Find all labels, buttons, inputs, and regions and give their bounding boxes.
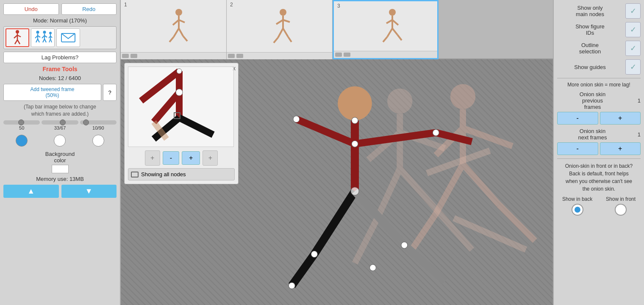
popup-controls: + - + +	[128, 150, 235, 166]
help-button[interactable]: ?	[103, 84, 117, 101]
svg-line-61	[378, 169, 400, 218]
svg-line-36	[283, 20, 290, 22]
undo-button[interactable]: Undo	[3, 3, 59, 15]
svg-point-84	[370, 264, 376, 271]
frame-1-content	[121, 0, 226, 52]
slider-10-90[interactable]: 10/90	[80, 120, 117, 130]
show-in-back-label: Show in back	[562, 196, 592, 202]
svg-line-69	[296, 119, 355, 144]
group-icon-button[interactable]	[31, 28, 55, 47]
frame-2-content	[227, 0, 332, 52]
onion-next-value: 1	[628, 131, 641, 138]
color-dot-white2[interactable]	[92, 135, 104, 147]
show-only-main-nodes-checkbox[interactable]: ✓	[625, 3, 641, 19]
popup-nav-next[interactable]: +	[203, 150, 218, 166]
add-tweened-button[interactable]: Add tweened frame (50%)	[3, 84, 101, 101]
svg-line-28	[179, 20, 185, 22]
slider-33-67[interactable]: 33/67	[42, 120, 78, 130]
right-panel: Show only main nodes ✓ Show figure IDs ✓…	[553, 0, 644, 305]
frame-3[interactable]: 3	[333, 0, 439, 59]
svg-point-12	[43, 31, 46, 34]
redo-button[interactable]: Redo	[61, 3, 117, 15]
frame-2-bottom	[227, 52, 332, 59]
slider-50[interactable]: 50	[3, 120, 40, 130]
onion-prev-minus-button[interactable]: -	[557, 112, 598, 125]
canvas-area[interactable]: x +	[121, 59, 553, 305]
onion-next-pm-row: - +	[557, 142, 641, 155]
divider-1	[557, 78, 641, 78]
add-tweened-row: Add tweened frame (50%) ?	[3, 84, 117, 101]
memory-label: Memory use: 13MB	[3, 176, 117, 182]
svg-point-6	[36, 31, 39, 34]
svg-point-77	[352, 141, 358, 147]
svg-point-41	[389, 9, 396, 16]
onion-next-minus-button[interactable]: -	[557, 142, 598, 155]
svg-point-80	[433, 130, 439, 136]
up-button[interactable]: ▲	[3, 185, 59, 198]
svg-line-43	[386, 20, 392, 23]
svg-line-27	[173, 20, 179, 25]
svg-line-72	[314, 191, 355, 254]
sliders-row: 50 33/67 10/90	[3, 120, 117, 130]
show-in-front-item: Show in front	[606, 196, 636, 216]
svg-line-31	[169, 37, 174, 42]
show-figure-ids-checkbox[interactable]: ✓	[625, 22, 641, 37]
showing-all-nodes-label: Showing all nodes	[141, 171, 186, 177]
show-in-front-radio[interactable]	[615, 204, 627, 216]
frame-icon-lock	[122, 54, 129, 58]
svg-line-74	[292, 254, 314, 286]
down-button[interactable]: ▼	[61, 185, 117, 198]
show-in-back-item: Show in back	[562, 196, 592, 216]
bg-color-swatch[interactable]	[52, 165, 69, 173]
svg-line-38	[283, 28, 288, 37]
up-down-row: ▲ ▼	[3, 185, 117, 198]
svg-line-32	[183, 36, 187, 41]
svg-point-90	[176, 89, 183, 96]
stickman-icon-button[interactable]	[6, 28, 29, 47]
svg-point-82	[401, 242, 408, 248]
frame-3-number: 3	[336, 2, 342, 10]
onion-skin-previous-section: Onion skin previous frames 1 - +	[557, 91, 641, 125]
popup-nav-prev[interactable]: +	[145, 150, 160, 166]
tap-info: (Tap bar image below to change which fra…	[3, 103, 117, 118]
showing-all-nodes-button[interactable]: Showing all nodes	[128, 168, 235, 180]
show-in-row: Show in back Show in front	[557, 196, 641, 216]
onion-next-plus-button[interactable]: +	[600, 142, 641, 155]
lag-button[interactable]: Lag Problems?	[3, 52, 117, 63]
outline-selection-checkbox[interactable]: ✓	[625, 41, 641, 56]
popup: x +	[124, 63, 239, 184]
color-dot-blue[interactable]	[16, 135, 28, 147]
nodes-info: Nodes: 12 / 6400	[3, 75, 117, 81]
svg-line-71	[436, 133, 472, 141]
onion-prev-label-row: Onion skin previous frames 1	[557, 91, 641, 110]
svg-line-45	[387, 28, 392, 37]
popup-minus-button[interactable]: -	[163, 151, 179, 165]
outline-selection-row: Outline selection ✓	[557, 41, 641, 56]
frame-icon-lines	[130, 54, 137, 58]
bg-color-label: Background color	[45, 151, 75, 164]
popup-plus-button[interactable]: +	[182, 151, 200, 165]
svg-line-47	[383, 37, 387, 42]
show-in-back-radio[interactable]	[572, 204, 583, 216]
onion-front-back-info: Onion-skin in front or in back? Back is …	[557, 162, 641, 193]
color-dot-white1[interactable]	[54, 135, 66, 147]
svg-line-39	[274, 38, 278, 43]
svg-point-18	[49, 32, 52, 34]
frame-icon-lock3	[335, 53, 342, 57]
svg-line-35	[276, 20, 283, 24]
show-guides-checkbox[interactable]: ✓	[625, 59, 641, 75]
frame-2[interactable]: 2	[227, 0, 333, 59]
show-figure-ids-row: Show figure IDs ✓	[557, 22, 641, 37]
svg-line-23	[50, 39, 52, 42]
email-icon-button[interactable]	[56, 28, 80, 47]
onion-prev-plus-button[interactable]: +	[600, 112, 641, 125]
show-in-front-label: Show in front	[606, 196, 636, 202]
undo-redo-row: Undo Redo	[3, 3, 117, 15]
svg-point-33	[280, 9, 286, 16]
frame-1[interactable]: 1	[121, 0, 227, 59]
onion-prev-pm-row: - +	[557, 112, 641, 125]
frame-icon-lines2	[236, 54, 243, 58]
left-panel: Undo Redo Mode: Normal (170%)	[0, 0, 121, 305]
toolbar-icons	[3, 26, 117, 49]
svg-line-40	[288, 37, 291, 42]
